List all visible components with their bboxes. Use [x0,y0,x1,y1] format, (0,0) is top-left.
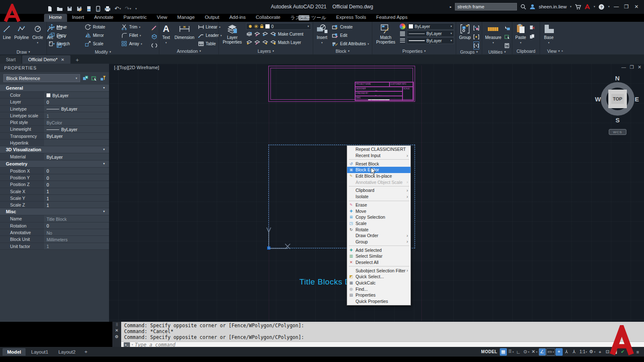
context-menu-item[interactable]: ▦ QuickCalc [347,280,410,286]
save-as-icon[interactable] [76,6,82,12]
context-menu-item[interactable]: ✕ Deselect All [347,259,410,266]
ribbon-tab[interactable]: ラスター ツール [286,14,331,22]
property-row[interactable]: Name Title Block [0,215,109,222]
caret-down-icon[interactable]: ▾ [570,5,571,8]
text-button[interactable]: A Text ▾ [161,23,171,48]
context-menu-item[interactable]: ◳ Scale [347,220,410,227]
context-menu-item[interactable]: ✎ Erase [347,202,410,208]
line-button[interactable]: Line [2,23,12,49]
insert-block-button[interactable]: Insert ▾ [315,23,329,48]
file-tab[interactable]: Start [0,55,21,64]
context-menu-item[interactable]: ↻ Rotate [347,226,410,233]
compass-east[interactable]: E [635,96,639,103]
property-row[interactable]: 3D Visualization ▾ [0,146,109,153]
status-toggle[interactable]: ⅄ [571,348,578,356]
panel-label-utilities[interactable]: Utilities▾ [482,49,512,54]
status-toggle[interactable]: 1:1 ▾ [578,348,588,356]
panel-label-groups[interactable]: Groups▾ [456,49,482,54]
context-menu-item[interactable]: Draw Order › [347,233,410,239]
viewport-minimize-icon[interactable]: — [621,65,626,70]
ribbon-tab[interactable]: Output [200,14,224,22]
match-properties-button[interactable]: Match Properties [374,23,397,48]
measure-button[interactable]: Measure ▾ [484,23,503,49]
status-toggle[interactable]: ∠ [539,348,546,356]
status-toggle[interactable]: ⠿ ▾ [507,348,514,356]
panel-label-view[interactable]: View▾⌖ [540,48,570,54]
close-tab-icon[interactable]: ✕ [61,57,64,62]
property-row[interactable]: Misc ▾ [0,208,109,215]
property-row[interactable]: Hyperlink [0,140,109,146]
section-collapse-icon[interactable]: ▾ [103,162,105,165]
create-block-button[interactable]: Create [332,23,369,31]
plot-icon[interactable] [86,6,92,12]
edit-attributes-button[interactable]: Edit Attributes▾ [332,40,369,48]
compass-north[interactable]: N [615,75,620,82]
cut-button[interactable] [529,24,535,32]
context-menu-item[interactable]: Isolate › [347,194,410,200]
quick-calc-button[interactable] [504,41,510,49]
stretch-button[interactable]: Stretch [49,40,82,48]
context-menu-item[interactable]: Repeat CLASSICINSERT [347,146,410,153]
property-row[interactable]: Linetype ByLayer [0,106,109,112]
search-icon[interactable] [520,4,526,10]
caret-down-icon[interactable]: ▾ [119,7,121,10]
property-row[interactable]: Annotative No [0,229,109,236]
title-block-drawing[interactable]: PROJECT NAME CUSTOMER INFO DESIGNERSheen… [268,66,415,102]
layout-tab[interactable]: Model [3,348,26,356]
property-row[interactable]: Position Z 0 [0,181,109,188]
drag-handle-icon[interactable]: ⣿ [116,323,118,326]
panel-label-modify[interactable]: Modify▾ [47,49,159,54]
panel-label-draw[interactable]: Draw▾ [0,49,47,54]
status-toggle[interactable]: ⊙ ▾ [522,348,530,356]
context-menu-item[interactable]: Group › [347,239,410,245]
context-menu-item[interactable]: ◎ Find... [347,286,410,292]
status-toggle[interactable]: ▭ ▾ [546,348,555,356]
autocad-app-logo[interactable] [3,4,21,23]
make-current-button[interactable]: Make Current [246,30,311,38]
close-command-icon[interactable]: ✕ [115,328,118,333]
model-space-label[interactable]: MODEL [481,349,498,354]
section-collapse-icon[interactable]: ▾ [103,86,105,90]
viewport-restore-icon[interactable]: ❐ [630,65,634,70]
status-toggle[interactable]: ▦ [500,348,507,356]
search-expand-icon[interactable]: ▸ [450,5,452,9]
quick-select-button[interactable] [504,33,510,41]
autodesk-account-icon[interactable] [584,4,590,9]
ribbon-tab[interactable]: View [152,14,172,22]
wcs-badge[interactable]: WCS [609,129,626,135]
leader-button[interactable]: Leader▾ [198,31,222,39]
paste-button[interactable]: Paste ▾ [514,23,527,48]
undo-icon[interactable]: ↶▾ [114,5,121,12]
panel-label-block[interactable]: Block▾ [313,48,372,54]
context-menu-item[interactable]: ✎ Edit Block In-place [347,173,410,179]
dimension-button[interactable]: Dimension [173,23,195,48]
signed-in-user[interactable]: sheen.in.liew [539,4,566,9]
layout-tab[interactable]: Layout1 [26,348,53,356]
toggle-pickadd-icon[interactable] [82,75,89,82]
erase-button[interactable] [151,24,157,32]
quick-select-palette-icon[interactable] [100,75,106,82]
layout-tab[interactable]: Layout2 [54,348,80,356]
polyline-button[interactable]: Polyline [13,23,30,49]
file-tab[interactable]: Official Demo* ✕ [22,55,70,64]
customize-command-icon[interactable]: ⚙ [115,334,119,339]
ribbon-tab[interactable]: Insert [67,14,89,22]
new-layout-button[interactable]: ＋ [80,348,92,355]
caret-down-icon[interactable]: ▾ [594,5,595,8]
new-file-icon[interactable] [47,6,53,12]
property-row[interactable]: Layer 0 [0,98,109,105]
compass-west[interactable]: W [595,96,601,103]
status-toggle[interactable]: ✕ ▾ [531,348,538,356]
context-menu-item[interactable]: ▥ Select Similar [347,253,410,259]
property-row[interactable]: Color ByLayer [0,92,109,98]
ribbon-tab[interactable]: Add-ins [224,14,251,22]
layer-properties-button[interactable]: Layer Properties [221,23,244,48]
redo-icon[interactable]: ↷▾ [125,5,131,12]
lineweight-dropdown[interactable]: ByLayer ▾ [407,37,454,44]
property-row[interactable]: Geometry ▾ [0,160,109,168]
status-toggle[interactable]: ⌖ [556,348,563,356]
property-row[interactable]: Material ByLayer [0,153,109,160]
context-menu-item[interactable]: ▣ Block Editor [347,167,410,173]
save-icon[interactable] [67,6,73,12]
open-file-icon[interactable] [57,6,63,12]
